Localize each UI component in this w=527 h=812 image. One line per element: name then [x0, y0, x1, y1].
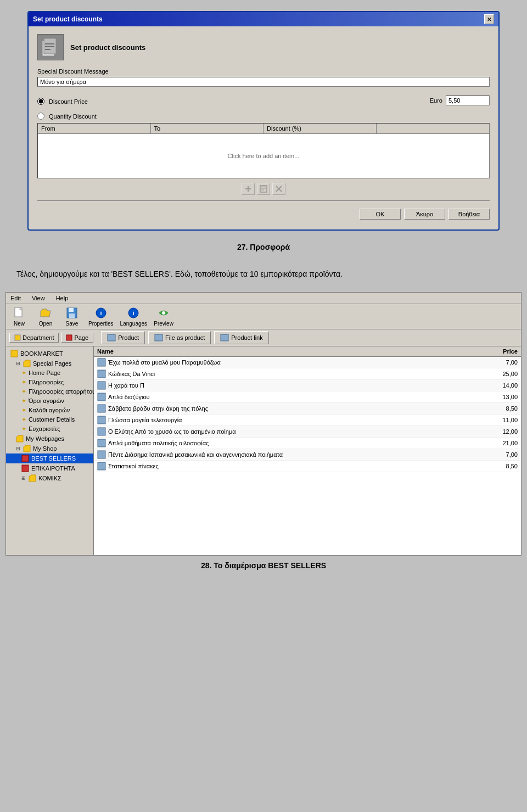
cancel-button[interactable]: Άκυρο — [404, 209, 445, 220]
svg-rect-40 — [98, 462, 105, 470]
table-row[interactable]: Γλώσσα μαγεία τελετουργία 11,00 — [94, 415, 521, 426]
toolbar-new-label: New — [14, 321, 25, 327]
sidebar-my-webpages-label: My Webpages — [26, 435, 64, 442]
svg-rect-16 — [69, 308, 74, 312]
table-row[interactable]: Στατιστικοί πίνακες 8,50 — [94, 461, 521, 472]
svg-rect-23 — [15, 335, 20, 340]
dialog-wrapper: Set product discounts ✕ Set product disc… — [0, 0, 527, 236]
table-body-placeholder[interactable]: Click here to add an item... — [38, 134, 489, 178]
sidebar-kalathi-label: Καλάθι αγορών — [29, 407, 70, 413]
svg-rect-26 — [155, 334, 162, 341]
menu-edit[interactable]: Edit — [8, 294, 23, 303]
product-link-label: Product link — [231, 334, 262, 341]
table-header: From To Discount (%) — [38, 124, 489, 134]
table-row[interactable]: Πέντε Διάσημα Ισπανικά μεσαιωνικά και αν… — [94, 449, 521, 461]
ok-button[interactable]: OK — [360, 209, 401, 220]
svg-rect-28 — [11, 350, 18, 357]
svg-rect-24 — [66, 335, 72, 340]
special-discount-label: Special Discount Message — [37, 68, 490, 75]
product-price: 8,50 — [474, 463, 518, 469]
sidebar-item-my-shop[interactable]: ⊟ My Shop — [6, 444, 93, 453]
toolbar-languages[interactable]: i Languages — [120, 306, 148, 327]
sidebar-item-plirofories-aporrytou[interactable]: ✦ Πληροφορίες απορρήτου — [6, 387, 93, 396]
sidebar-item-my-webpages[interactable]: My Webpages — [6, 434, 93, 444]
page-label: Page — [74, 334, 88, 341]
product-price: 12,00 — [474, 428, 518, 435]
table-row[interactable]: Η χαρά του Π 14,00 — [94, 380, 521, 391]
caption-1: 27. Προσφορά — [0, 243, 527, 251]
svg-rect-31 — [98, 359, 105, 366]
sidebar-item-bookmarket[interactable]: BOOKMARKET — [6, 349, 93, 359]
table-row[interactable]: Κώδικας Da Vinci 25,00 — [94, 368, 521, 380]
sidebar-plirofories-label: Πληροφορίες — [29, 379, 64, 385]
page-button[interactable]: Page — [61, 333, 93, 343]
dialog-header-row: Set product discounts — [37, 34, 490, 60]
sidebar-customer-label: Customer Details — [29, 416, 75, 423]
department-button[interactable]: Department — [9, 333, 59, 343]
toolbar-save[interactable]: Save — [62, 306, 82, 327]
svg-rect-39 — [98, 451, 105, 458]
menu-help[interactable]: Help — [54, 294, 71, 303]
set-product-discounts-dialog: Set product discounts ✕ Set product disc… — [27, 11, 500, 231]
sidebar-item-oroi[interactable]: ✦ Όροι αγορών — [6, 396, 93, 406]
save-icon — [65, 306, 79, 320]
table-row[interactable]: Σάββατο βράδυ στην άκρη της πόλης 8,50 — [94, 403, 521, 415]
table-col-empty — [377, 124, 490, 133]
body-text: Τέλος, δημιουργούμε και τα 'BEST SELLERS… — [0, 262, 527, 292]
sidebar-item-kalathi[interactable]: ✦ Καλάθι αγορών — [6, 406, 93, 415]
preview-icon — [157, 306, 170, 320]
dept-label: Department — [23, 334, 54, 341]
special-discount-input[interactable] — [37, 77, 490, 87]
product-name: Κώδικας Da Vinci — [97, 369, 474, 378]
table-row[interactable]: Έχω πολλά στο μυαλό μου Παραμυθόζωα 7,00 — [94, 357, 521, 368]
table-toolbar — [37, 183, 490, 195]
toolbar-save-label: Save — [66, 321, 79, 327]
svg-text:i: i — [133, 310, 134, 316]
quantity-table: From To Discount (%) Click here to add a… — [37, 123, 490, 178]
file-as-product-btn[interactable]: File as product — [148, 331, 211, 344]
quantity-discount-radio[interactable] — [37, 113, 44, 120]
sidebar-item-customer-details[interactable]: ✦ Customer Details — [6, 415, 93, 424]
sidebar-item-plirofories[interactable]: ✦ Πληροφορίες — [6, 378, 93, 387]
sidebar-item-home-page[interactable]: ✦ Home Page — [6, 368, 93, 378]
toolbar-properties[interactable]: i Properties — [88, 306, 114, 327]
table-row[interactable]: Απλά μαθήματα πολιτικής αιλοσοφίας 21,00 — [94, 438, 521, 449]
table-row[interactable]: Απλά διαζύγιου 13,00 — [94, 391, 521, 403]
product-link-btn[interactable]: Product link — [214, 331, 268, 344]
euro-row: Euro — [430, 96, 490, 105]
caption-2: 28. Το διαμέρισμα BEST SELLERS — [0, 561, 527, 570]
menu-view[interactable]: View — [30, 294, 47, 303]
svg-rect-37 — [98, 428, 105, 435]
sidebar-item-epikairotita[interactable]: ΕΠΙΚΑΙΡΟΤΗΤΑ — [6, 463, 93, 473]
sidebar: BOOKMARKET ⊟ Special Pages ✦ Home Page ✦… — [6, 346, 94, 555]
euro-input[interactable] — [446, 96, 490, 105]
dialog-close-button[interactable]: ✕ — [484, 14, 494, 24]
svg-point-22 — [162, 311, 165, 315]
product-btn[interactable]: Product — [101, 331, 145, 344]
table-delete-button[interactable] — [272, 183, 285, 195]
svg-rect-36 — [98, 416, 105, 424]
table-row[interactable]: Ο Ελύτης Από το χρυσό ως το ασημένιο ποί… — [94, 426, 521, 438]
product-name: Η χαρά του Π — [97, 381, 474, 390]
table-add-button[interactable] — [242, 183, 255, 195]
sidebar-item-special-pages[interactable]: ⊟ Special Pages — [6, 359, 93, 368]
table-edit-button[interactable] — [257, 183, 270, 195]
app-menubar: Edit View Help — [6, 293, 521, 304]
properties-icon: i — [94, 306, 108, 320]
sidebar-item-komiks[interactable]: ⊞ ΚΟΜΙΚΣ — [6, 473, 93, 483]
dialog-icon — [37, 34, 64, 60]
toolbar-new[interactable]: New — [9, 306, 29, 327]
help-button[interactable]: Βοήθεια — [448, 209, 490, 220]
products-table-header: Name Price — [94, 346, 521, 357]
toolbar-open[interactable]: Open — [36, 306, 55, 327]
sidebar-item-best-sellers[interactable]: BEST SELLERS — [6, 453, 93, 463]
discount-price-radio[interactable] — [37, 98, 44, 105]
toolbar-preview[interactable]: Preview — [154, 306, 173, 327]
product-name: Απλά μαθήματα πολιτικής αιλοσοφίας — [97, 439, 474, 447]
product-name: Έχω πολλά στο μυαλό μου Παραμυθόζωα — [97, 358, 474, 367]
toolbar-preview-label: Preview — [154, 321, 173, 327]
product-price: 14,00 — [474, 382, 518, 389]
svg-rect-25 — [108, 334, 115, 341]
footer-separator — [37, 200, 490, 201]
sidebar-item-efxaristies[interactable]: ✦ Ευχαριστίες — [6, 424, 93, 434]
